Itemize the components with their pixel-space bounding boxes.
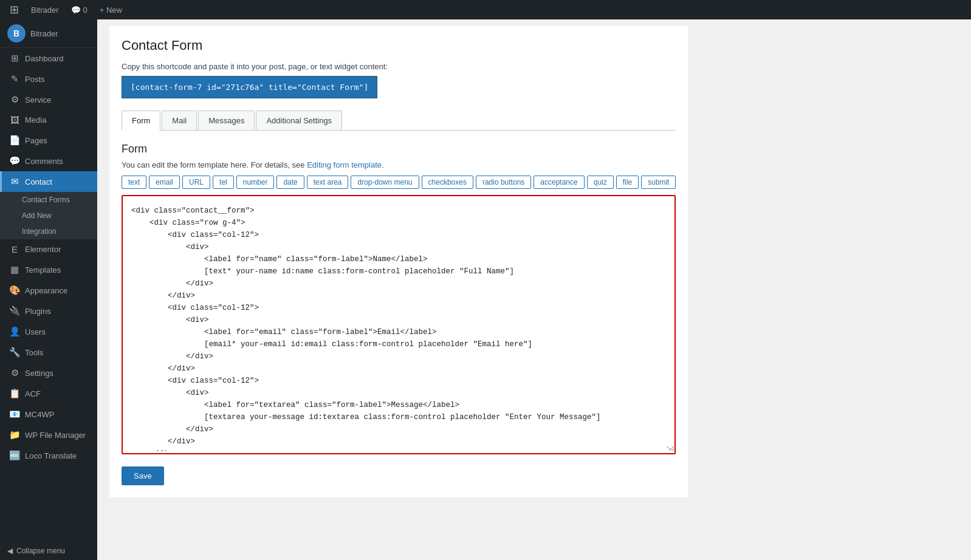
sidebar-item-service[interactable]: ⚙ Service [0, 89, 97, 110]
sidebar-item-label: ACF [25, 389, 41, 398]
sidebar-item-label: Tools [25, 348, 43, 357]
sidebar-logo[interactable]: B Bitrader [0, 19, 97, 48]
adminbar-new[interactable]: + New [95, 0, 127, 19]
shortcode-box[interactable]: [contact-form-7 id="271c76a" title="Cont… [122, 76, 377, 98]
adminbar-site[interactable]: Bitrader [26, 0, 64, 19]
tag-btn-tel[interactable]: tel [213, 176, 234, 189]
sidebar-item-acf[interactable]: 📋 ACF [0, 383, 97, 404]
tag-btn-text[interactable]: text [122, 176, 146, 189]
tag-url-label: URL [189, 178, 204, 186]
submenu-label: Contact Forms [22, 196, 70, 204]
tag-btn-date[interactable]: date [276, 176, 304, 189]
tag-number-label: number [243, 178, 268, 186]
tag-email-label: email [156, 178, 173, 186]
sidebar-item-tools[interactable]: 🔧 Tools [0, 342, 97, 363]
shortcode-label: Copy this shortcode and paste it into yo… [122, 62, 676, 71]
sidebar-item-media[interactable]: 🖼 Media [0, 110, 97, 130]
tag-date-label: date [283, 178, 297, 186]
tag-btn-textarea[interactable]: text area [307, 176, 349, 189]
desc-suffix: . [382, 160, 384, 169]
settings-icon: ⚙ [9, 367, 20, 378]
sidebar-item-dashboard[interactable]: ⊞ Dashboard [0, 48, 97, 69]
adminbar-logo[interactable]: ⊞ [5, 0, 24, 19]
sidebar-item-contact[interactable]: ✉ Contact [0, 171, 97, 192]
sidebar-item-label: Templates [25, 265, 61, 275]
sidebar-item-users[interactable]: 👤 Users [0, 321, 97, 342]
tab-additional-settings[interactable]: Additional Settings [256, 111, 342, 130]
tab-form-label: Form [132, 116, 150, 125]
tag-btn-submit[interactable]: submit [641, 176, 676, 189]
sidebar-item-templates[interactable]: ▦ Templates [0, 259, 97, 280]
tab-mail[interactable]: Mail [162, 111, 197, 130]
sidebar-item-pages[interactable]: 📄 Pages [0, 130, 97, 151]
comment-icon: 💬 [71, 5, 81, 15]
contact-icon: ✉ [9, 176, 20, 187]
submenu-label: Integration [22, 227, 57, 236]
code-editor[interactable] [123, 196, 674, 451]
mc4wp-icon: 📧 [9, 409, 20, 420]
submenu-item-add-new[interactable]: Add New [0, 208, 97, 224]
file-manager-icon: 📁 [9, 429, 20, 440]
sidebar-item-comments[interactable]: 💬 Comments [0, 151, 97, 171]
tab-form[interactable]: Form [122, 111, 160, 131]
resize-handle[interactable]: ⤡ [666, 445, 673, 452]
editing-form-template-link[interactable]: Editing form template [307, 160, 382, 169]
save-button[interactable]: Save [122, 466, 164, 485]
adminbar: ⊞ Bitrader 💬 0 + New [0, 0, 971, 19]
sidebar-item-label: WP File Manager [25, 431, 86, 440]
tag-btn-radio[interactable]: radio buttons [476, 176, 531, 189]
tag-dropdown-label: drop-down menu [357, 178, 412, 186]
posts-icon: ✎ [9, 73, 20, 84]
collapse-menu[interactable]: ◀ Collapse menu [0, 542, 97, 560]
plugins-icon: 🔌 [9, 306, 20, 316]
tag-btn-quiz[interactable]: quiz [587, 176, 614, 189]
tag-radio-label: radio buttons [482, 178, 524, 186]
tabs-bar: Form Mail Messages Additional Settings [122, 111, 676, 131]
sidebar-item-label: Dashboard [25, 54, 64, 63]
tab-messages[interactable]: Messages [198, 111, 255, 130]
tab-additional-settings-label: Additional Settings [266, 116, 332, 125]
users-icon: 👤 [9, 326, 20, 337]
tag-btn-number[interactable]: number [236, 176, 275, 189]
wp-logo-icon: ⊞ [10, 3, 19, 16]
adminbar-comments[interactable]: 💬 0 [66, 0, 92, 19]
sidebar-item-settings[interactable]: ⚙ Settings [0, 363, 97, 383]
page-title: Contact Form [122, 38, 676, 53]
sidebar-item-plugins[interactable]: 🔌 Plugins [0, 301, 97, 321]
tag-btn-acceptance[interactable]: acceptance [534, 176, 584, 189]
sidebar-item-mc4wp[interactable]: 📧 MC4WP [0, 404, 97, 425]
logo-text: Bitrader [30, 29, 58, 38]
tag-file-label: file [623, 178, 632, 186]
sidebar-item-loco-translate[interactable]: 🔤 Loco Translate [0, 445, 97, 466]
pages-icon: 📄 [9, 135, 20, 146]
sidebar-item-elementor[interactable]: E Elementor [0, 239, 97, 259]
tag-btn-dropdown[interactable]: drop-down menu [351, 176, 419, 189]
sidebar-item-label: Elementor [25, 245, 61, 254]
sidebar-item-label: Appearance [25, 286, 67, 295]
tag-submit-label: submit [648, 178, 669, 186]
sidebar-item-label: Settings [25, 369, 53, 378]
sidebar-item-label: Loco Translate [25, 451, 77, 460]
sidebar-item-label: Comments [25, 157, 63, 166]
tag-textarea-label: text area [314, 178, 342, 186]
tag-tel-label: tel [219, 178, 227, 186]
elementor-icon: E [9, 244, 20, 254]
tag-btn-url[interactable]: URL [182, 176, 210, 189]
appearance-icon: 🎨 [9, 285, 20, 296]
tag-btn-email[interactable]: email [149, 176, 180, 189]
collapse-label: Collapse menu [16, 547, 65, 555]
loco-icon: 🔤 [9, 450, 20, 461]
tag-btn-checkboxes[interactable]: checkboxes [422, 176, 473, 189]
code-editor-wrapper: ⤡ [122, 195, 676, 454]
comments-count: 0 [83, 5, 87, 15]
sidebar-item-appearance[interactable]: 🎨 Appearance [0, 280, 97, 301]
submenu-item-contact-forms[interactable]: Contact Forms [0, 192, 97, 208]
sidebar-item-wp-file-manager[interactable]: 📁 WP File Manager [0, 425, 97, 445]
sidebar-item-label: MC4WP [25, 410, 54, 419]
form-section-desc: You can edit the form template here. For… [122, 160, 676, 169]
submenu-item-integration[interactable]: Integration [0, 224, 97, 239]
shortcode-value: [contact-form-7 id="271c76a" title="Cont… [131, 83, 368, 92]
tag-btn-file[interactable]: file [616, 176, 639, 189]
content-wrapper: Contact Form Copy this shortcode and pas… [109, 26, 688, 497]
sidebar-item-posts[interactable]: ✎ Posts [0, 69, 97, 89]
